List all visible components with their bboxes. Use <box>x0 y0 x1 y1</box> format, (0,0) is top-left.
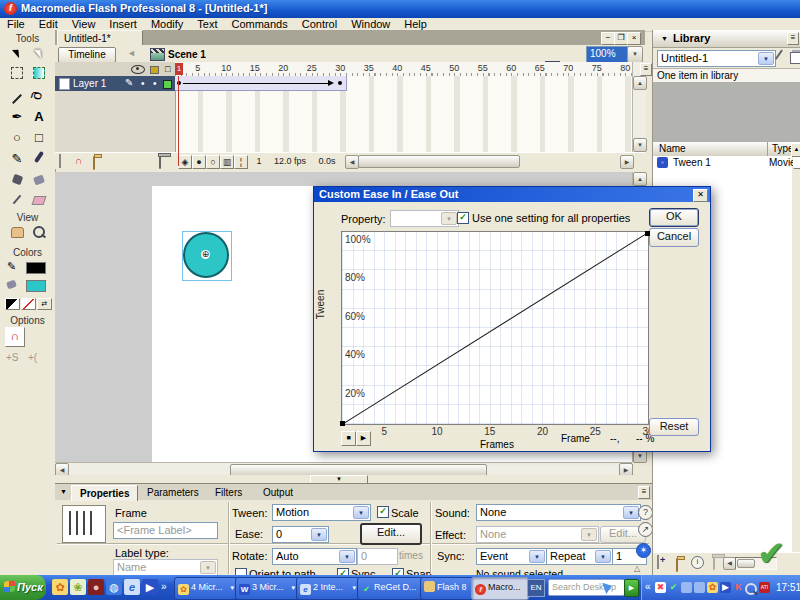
taskbar-button-ie-group[interactable]: e2 Inte...▾ <box>296 577 360 600</box>
tab-parameters[interactable]: Parameters <box>139 485 207 500</box>
zoom-tool[interactable] <box>29 224 49 244</box>
ease-input[interactable]: 0▼ <box>272 526 329 543</box>
sound-select[interactable]: None▼ <box>476 504 641 521</box>
mdi-restore-button[interactable]: ❐ <box>614 32 628 45</box>
taskbar-button-reget[interactable]: ✔ReGet D... <box>357 577 423 600</box>
effect-select[interactable]: None▼ <box>476 526 599 543</box>
library-item-row[interactable]: ◦ Tween 1 Movie Cl <box>653 156 792 170</box>
brush-tool[interactable] <box>29 149 49 169</box>
keyframe-dot-end[interactable] <box>338 81 342 85</box>
properties-panel-menu-icon[interactable]: ≡ <box>638 486 650 499</box>
edit-ease-button[interactable]: Edit... <box>360 523 422 545</box>
launch-icon[interactable]: ↗ <box>638 522 653 537</box>
layer-name[interactable]: Layer 1 <box>73 78 106 89</box>
tray-network2-icon[interactable] <box>694 582 705 593</box>
menu-file[interactable]: File <box>0 18 32 31</box>
selection-tool[interactable] <box>7 44 27 64</box>
quicklaunch-ie-icon[interactable]: e <box>124 579 140 595</box>
tray-network-icon[interactable] <box>681 582 692 593</box>
lock-icon[interactable] <box>150 66 159 74</box>
cancel-button[interactable]: Cancel <box>649 228 699 247</box>
quicklaunch-icq-icon[interactable]: ✿ <box>52 579 68 595</box>
stage-scroll-up-icon[interactable]: ▲ <box>633 172 647 186</box>
taskbar-button-flash8-folder[interactable]: Flash 8 <box>420 577 474 600</box>
eyedropper-tool[interactable] <box>7 191 27 211</box>
timeline-panel-menu-icon[interactable]: ≡ <box>640 63 652 76</box>
sort-order-icon[interactable]: ▲ <box>791 143 800 157</box>
language-indicator[interactable]: EN <box>527 579 545 597</box>
scene-label[interactable]: Scene 1 <box>168 49 206 60</box>
ease-handle-end[interactable] <box>645 231 650 236</box>
start-button[interactable]: Пуск <box>0 575 46 600</box>
rotate-times-input[interactable]: 0 <box>357 548 398 565</box>
item-properties-icon[interactable]: i <box>691 556 704 569</box>
quicklaunch-overflow-chevron[interactable]: » <box>161 581 167 592</box>
new-symbol-icon[interactable]: + <box>657 555 659 569</box>
no-color-button[interactable] <box>21 298 36 310</box>
rotate-select[interactable]: Auto▼ <box>272 548 357 565</box>
fill-color-swatch[interactable] <box>26 280 46 292</box>
straighten-option[interactable]: +( <box>28 352 37 363</box>
library-panel-menu-icon[interactable]: ≡ <box>787 32 799 45</box>
subselection-tool[interactable] <box>29 44 49 64</box>
stage-hscrollbar[interactable]: ◀ ▶ <box>55 462 632 476</box>
playhead-marker[interactable]: 1 <box>175 63 183 75</box>
add-motion-guide-icon[interactable]: ∩ <box>75 155 87 166</box>
taskbar-button-icq-group[interactable]: ✿4 Micr...▾ <box>174 577 238 600</box>
taskbar-button-word-group[interactable]: W3 Micr...▾ <box>235 577 299 600</box>
new-library-window-icon[interactable] <box>790 52 800 64</box>
library-trash-icon[interactable] <box>713 556 715 570</box>
stop-button[interactable]: ■ <box>341 431 356 446</box>
zoom-level-input[interactable]: 100% <box>586 46 631 63</box>
layer-visible-dot[interactable]: • <box>141 78 145 89</box>
document-tab[interactable]: Untitled-1* <box>57 30 143 46</box>
frame-label-input[interactable]: <Frame Label> <box>113 522 218 539</box>
dialog-title-bar[interactable]: Custom Ease In / Ease Out <box>314 187 710 202</box>
rectangle-tool[interactable]: □ <box>29 128 49 148</box>
smooth-option[interactable]: +S <box>6 352 19 363</box>
delete-layer-trash-icon[interactable] <box>159 155 161 169</box>
add-folder-icon[interactable] <box>93 156 95 170</box>
collapse-triangle-icon[interactable]: △ <box>634 564 640 573</box>
back-arrow-icon[interactable]: ◄ <box>127 48 136 58</box>
ink-bottle-tool[interactable] <box>7 170 27 190</box>
reset-button[interactable]: Reset <box>649 418 699 436</box>
modify-onion-markers-button[interactable]: ¦ <box>234 155 248 169</box>
add-layer-icon[interactable] <box>59 154 61 168</box>
layer-outline-color-swatch[interactable] <box>163 80 172 89</box>
layer-row[interactable]: Layer 1 ✎ • • <box>55 76 175 91</box>
quicklaunch-red-icon[interactable]: ● <box>88 579 104 595</box>
library-header[interactable]: ▼ Library ≡ <box>653 30 800 48</box>
timeline-scroll-up-icon[interactable]: ▲ <box>633 76 647 90</box>
tween-select[interactable]: Motion▼ <box>272 504 371 521</box>
tray-player-icon[interactable]: ▶ <box>720 582 731 593</box>
panel-collapse-arrow-icon[interactable]: ▼ <box>661 35 668 42</box>
tab-filters[interactable]: Filters <box>207 485 250 500</box>
tab-output[interactable]: Output <box>255 485 301 500</box>
stroke-color-swatch[interactable] <box>26 262 46 274</box>
search-desktop-input[interactable]: Search Desktop <box>548 579 625 596</box>
library-document-select[interactable]: Untitled-1▼ <box>657 50 776 67</box>
line-tool[interactable] <box>7 86 27 106</box>
play-button[interactable]: ▶ <box>356 431 371 446</box>
tab-properties[interactable]: Properties <box>71 485 138 501</box>
use-one-setting-checkbox[interactable]: ✓ <box>457 212 469 224</box>
tray-kaspersky-icon[interactable]: K <box>733 582 744 593</box>
oval-tool[interactable]: ○ <box>7 128 27 148</box>
center-frame-button[interactable]: ◈ <box>178 155 192 169</box>
help-icon[interactable]: ? <box>638 505 653 520</box>
mdi-minimize-button[interactable]: − <box>601 32 615 45</box>
pin-library-icon[interactable] <box>775 50 791 66</box>
label-type-select[interactable]: Name▼ <box>113 559 218 576</box>
snap-to-objects-button[interactable]: ∩ <box>5 327 25 347</box>
timeline-hscroll-left-icon[interactable]: ◀ <box>345 155 359 169</box>
eraser-tool[interactable] <box>29 191 49 211</box>
timeline-toggle-button[interactable]: Timeline <box>58 47 116 63</box>
pen-tool[interactable]: ✒ <box>7 107 27 127</box>
update-star-icon[interactable]: ✶ <box>636 543 651 558</box>
ease-curve[interactable] <box>342 232 649 425</box>
sound-sync-select[interactable]: Event▼ <box>476 548 547 565</box>
column-type[interactable]: Type <box>767 142 794 156</box>
timeline-hscroll-thumb[interactable] <box>358 155 520 168</box>
dialog-close-button[interactable]: ✕ <box>693 189 708 202</box>
